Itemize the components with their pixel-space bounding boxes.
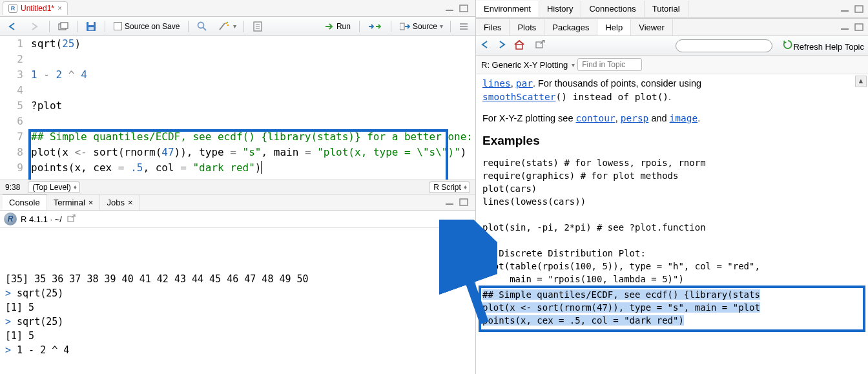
source-tab-title: Untitled1* xyxy=(21,4,54,13)
help-subheader: R: Generic X-Y Plotting ▾ xyxy=(476,56,868,74)
checkbox-icon xyxy=(114,22,122,30)
jobs-tab[interactable]: Jobs× xyxy=(100,195,140,210)
terminal-tab[interactable]: Terminal× xyxy=(47,195,101,210)
scroll-up-icon[interactable]: ▲ xyxy=(855,76,867,87)
plots-tab[interactable]: Plots xyxy=(510,19,544,36)
env-tab-row: Environment History Connections Tutorial xyxy=(476,0,868,18)
source-on-save-checkbox[interactable]: Source on Save xyxy=(110,21,183,32)
back-button[interactable] xyxy=(4,21,22,32)
chevron-down-icon[interactable]: ▾ xyxy=(572,61,574,68)
svg-rect-1 xyxy=(460,5,468,12)
packages-tab[interactable]: Packages xyxy=(544,19,597,36)
help-text: , xyxy=(511,78,516,88)
console-header: R R 4.1.1 · ~/ xyxy=(0,211,475,228)
scope-label: (Top Level) xyxy=(32,183,70,192)
svg-point-11 xyxy=(227,24,229,26)
viewer-tab[interactable]: Viewer xyxy=(631,19,673,36)
connections-tab[interactable]: Connections xyxy=(581,1,644,17)
save-button[interactable] xyxy=(83,20,99,33)
show-in-new-window-button[interactable] xyxy=(55,21,72,32)
minimize-pane-icon[interactable] xyxy=(840,23,851,32)
close-icon[interactable]: × xyxy=(128,198,133,207)
files-tab[interactable]: Files xyxy=(476,19,510,36)
refresh-help-button[interactable]: Refresh Help Topic xyxy=(783,39,864,52)
help-link-persp[interactable]: persp xyxy=(621,113,649,123)
console-tab-row: Console Terminal× Jobs× xyxy=(0,194,475,211)
files-tab-row: Files Plots Packages Help Viewer xyxy=(476,18,868,36)
svg-point-10 xyxy=(225,22,227,24)
minimize-pane-icon[interactable] xyxy=(444,4,456,13)
help-example-code[interactable]: require(stats) # for lowess, rpois, rnor… xyxy=(482,156,862,286)
find-button[interactable] xyxy=(194,20,211,33)
svg-rect-25 xyxy=(855,6,863,12)
close-icon[interactable]: × xyxy=(57,4,62,13)
maximize-pane-icon[interactable] xyxy=(854,23,865,32)
run-button[interactable]: Run xyxy=(322,21,354,32)
svg-line-9 xyxy=(220,23,225,30)
help-popout-button[interactable] xyxy=(535,40,546,51)
help-link-smoothscatter[interactable]: smoothScatter xyxy=(482,92,556,102)
chevron-down-icon: ▾ xyxy=(233,23,235,30)
code-tools-button[interactable]: ▾ xyxy=(214,20,238,33)
maximize-pane-icon[interactable] xyxy=(854,5,865,14)
source-statusbar: 9:38 (Top Level)♦ R Script♦ xyxy=(0,180,475,194)
popout-icon[interactable] xyxy=(67,214,76,224)
svg-rect-27 xyxy=(855,24,863,30)
help-text: . xyxy=(668,92,671,102)
minimize-pane-icon[interactable] xyxy=(444,198,456,207)
svg-rect-24 xyxy=(841,10,849,12)
scroll-up-icon[interactable]: ▲ xyxy=(462,229,474,241)
help-text: () instead of xyxy=(556,92,635,102)
code-area[interactable]: sqrt(25) 1 - 2 ^ 4 ?plot ## Simple quant… xyxy=(28,36,475,180)
r-badge-icon: R xyxy=(8,4,17,13)
help-text: For X-Y-Z plotting see xyxy=(482,113,576,123)
help-forward-button[interactable] xyxy=(497,40,508,51)
help-link-contour[interactable]: contour xyxy=(576,113,615,123)
console-header-text: R 4.1.1 · ~/ xyxy=(21,214,62,224)
svg-rect-6 xyxy=(88,27,94,30)
source-file-tab[interactable]: R Untitled1* × xyxy=(3,1,68,15)
filetype-label: R Script xyxy=(433,183,461,192)
source-editor[interactable]: 123456789 sqrt(25) 1 - 2 ^ 4 ?plot ## Si… xyxy=(0,36,475,180)
help-link-lines[interactable]: lines xyxy=(482,78,511,88)
forward-button[interactable] xyxy=(26,21,44,32)
help-page-title: R: Generic X-Y Plotting xyxy=(481,60,568,70)
help-search-input[interactable] xyxy=(676,39,772,52)
help-selected-code[interactable]: ## Simple quantiles/ECDF, see ecdf() {li… xyxy=(482,288,862,327)
run-label: Run xyxy=(336,22,351,31)
history-tab[interactable]: History xyxy=(539,1,581,17)
svg-rect-23 xyxy=(68,216,74,222)
help-link-par[interactable]: par xyxy=(516,78,533,88)
scope-selector[interactable]: (Top Level)♦ xyxy=(28,182,79,193)
svg-rect-0 xyxy=(446,10,453,11)
help-home-button[interactable] xyxy=(513,39,525,52)
svg-rect-3 xyxy=(61,23,68,28)
jobs-tab-label: Jobs xyxy=(107,198,124,207)
environment-tab[interactable]: Environment xyxy=(476,1,539,17)
console-tab[interactable]: Console xyxy=(3,194,47,210)
find-in-topic-input[interactable] xyxy=(577,58,642,71)
help-back-button[interactable] xyxy=(480,40,491,51)
updown-icon: ♦ xyxy=(464,183,466,191)
filetype-selector[interactable]: R Script♦ xyxy=(429,182,470,193)
console-tab-label: Console xyxy=(9,198,40,207)
help-content[interactable]: ▲ lines, par. For thousands of points, c… xyxy=(476,74,868,374)
help-text: . xyxy=(698,113,700,123)
compile-report-button[interactable] xyxy=(249,20,266,33)
minimize-pane-icon[interactable] xyxy=(840,5,851,14)
svg-rect-26 xyxy=(841,28,849,30)
line-gutter: 123456789 xyxy=(0,36,28,180)
maximize-pane-icon[interactable] xyxy=(459,4,470,13)
outline-button[interactable] xyxy=(456,21,471,32)
help-tab[interactable]: Help xyxy=(597,19,631,36)
help-link-image[interactable]: image xyxy=(670,113,698,123)
console-output[interactable]: ▲ [35] 35 36 37 38 39 40 41 42 43 44 45 … xyxy=(0,228,475,374)
tutorial-tab[interactable]: Tutorial xyxy=(645,1,688,17)
help-para-xyz: For X-Y-Z plotting see contour, persp an… xyxy=(482,112,862,125)
r-logo-icon: R xyxy=(4,213,17,225)
maximize-pane-icon[interactable] xyxy=(459,198,470,207)
help-toolbar: Refresh Help Topic xyxy=(476,36,868,56)
source-button[interactable]: Source ▾ xyxy=(397,21,445,32)
rerun-button[interactable] xyxy=(365,21,386,32)
close-icon[interactable]: × xyxy=(88,198,94,207)
